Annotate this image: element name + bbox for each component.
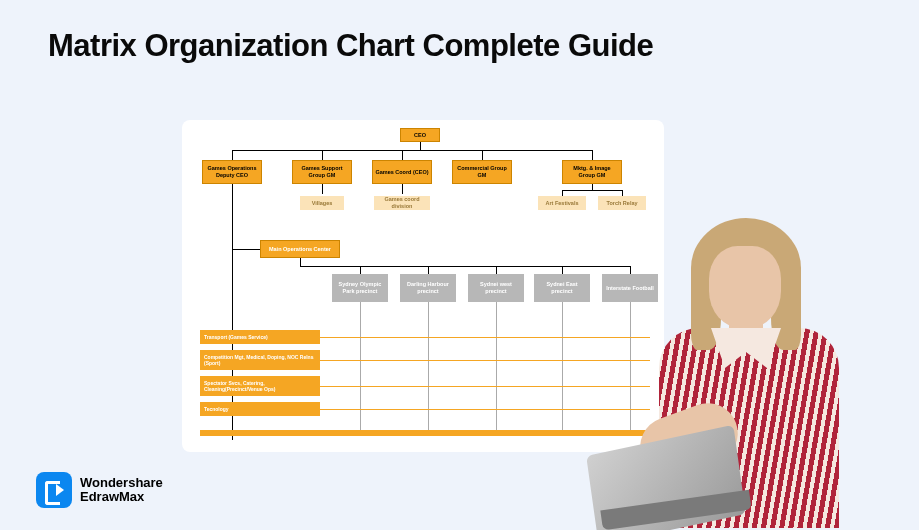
matrix-row-1: Competition Mgt, Medical, Doping, NOC Re…	[200, 350, 320, 370]
connector	[496, 266, 497, 274]
brand-line-1: Wondershare	[80, 476, 163, 490]
node-sub-2: Art Festivals	[538, 196, 586, 210]
brand-logo: Wondershare EdrawMax	[36, 472, 163, 508]
org-chart-card: CEO Games Operations Deputy CEO Games Su…	[182, 120, 664, 452]
matrix-row-2: Spectator Svcs, Catering, Cleaning(Preci…	[200, 376, 320, 396]
connector	[360, 266, 361, 274]
node-div-2: Games Coord (CEO)	[372, 160, 432, 184]
connector	[482, 150, 483, 160]
connector	[592, 150, 593, 160]
node-div-3: Commercial Group GM	[452, 160, 512, 184]
matrix-bottom-bar	[200, 430, 650, 436]
node-sub-1: Games coord division	[374, 196, 430, 210]
grid-line	[562, 302, 563, 430]
connector	[428, 266, 429, 274]
connector	[322, 184, 323, 194]
connector	[300, 266, 630, 267]
matrix-row-0: Transport (Games Service)	[200, 330, 320, 344]
node-div-4: Mktg. & Image Group GM	[562, 160, 622, 184]
matrix-line	[320, 360, 650, 361]
connector	[300, 258, 301, 266]
grid-line	[496, 302, 497, 430]
node-sub-0: Villages	[300, 196, 344, 210]
connector	[562, 190, 622, 191]
node-precinct-1: Darling Harbour precinct	[400, 274, 456, 302]
node-div-1: Games Support Group GM	[292, 160, 352, 184]
brand-line-2: EdrawMax	[80, 490, 163, 504]
connector	[232, 249, 260, 250]
node-sub-3: Torch Relay	[598, 196, 646, 210]
connector	[232, 184, 233, 240]
node-precinct-0: Sydney Olympic Park precinct	[332, 274, 388, 302]
matrix-line	[320, 337, 650, 338]
brand-text: Wondershare EdrawMax	[80, 476, 163, 505]
matrix-line	[320, 409, 650, 410]
node-div-0: Games Operations Deputy CEO	[202, 160, 262, 184]
matrix-row-3: Tecnology	[200, 402, 320, 416]
edrawmax-icon	[36, 472, 72, 508]
node-precinct-3: Sydnei East precinct	[534, 274, 590, 302]
connector	[420, 142, 421, 150]
connector	[402, 150, 403, 160]
connector	[402, 184, 403, 194]
connector	[232, 150, 233, 160]
node-ceo: CEO	[400, 128, 440, 142]
grid-line	[428, 302, 429, 430]
node-precinct-2: Sydnei west precinct	[468, 274, 524, 302]
page-title: Matrix Organization Chart Complete Guide	[0, 0, 919, 64]
connector	[322, 150, 323, 160]
grid-line	[360, 302, 361, 430]
connector	[232, 150, 592, 151]
node-main-center: Main Operations Center	[260, 240, 340, 258]
connector	[562, 266, 563, 274]
person-illustration	[611, 210, 871, 530]
matrix-line	[320, 386, 650, 387]
